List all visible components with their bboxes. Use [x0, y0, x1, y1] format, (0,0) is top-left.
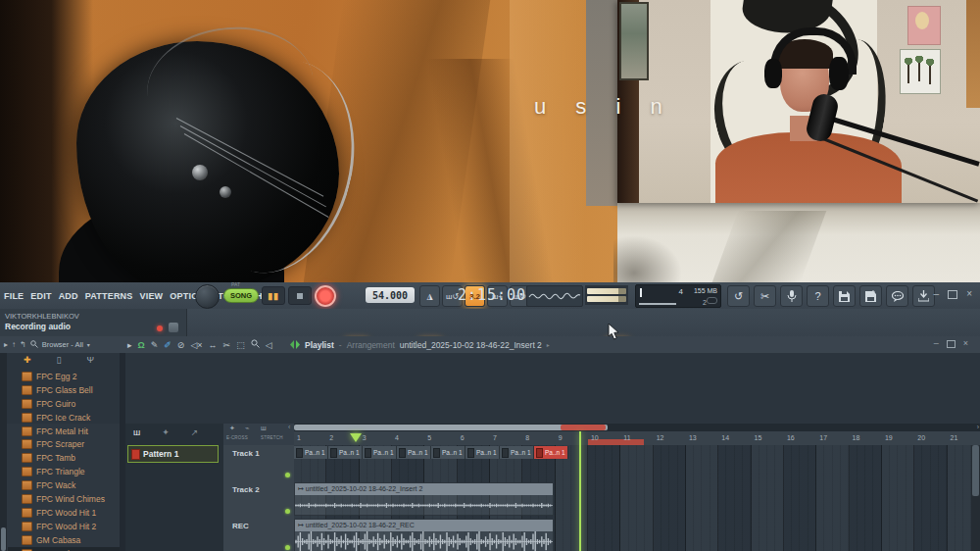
browser-item[interactable]: FPC Wack	[8, 478, 120, 492]
playhead-marker[interactable]	[350, 433, 362, 442]
browser-title[interactable]: Browser - All	[42, 340, 83, 349]
search-icon[interactable]	[30, 340, 38, 350]
browser-item[interactable]: FPC Metal Hit	[8, 425, 120, 438]
browser-item[interactable]: FPC Wood Hit 1	[8, 506, 120, 520]
pattern-clip[interactable]: Pa..n 1	[328, 446, 363, 459]
browser-item[interactable]: FPC Triangle	[8, 465, 120, 478]
stop-button[interactable]	[288, 286, 312, 305]
browser-item[interactable]: FPC Egg 2	[8, 370, 120, 383]
picker-tab-patterns-icon[interactable]: ш	[133, 427, 140, 437]
browser-item[interactable]: FPC Tamb	[8, 451, 120, 465]
paint-tool-icon[interactable]: ✐	[164, 340, 172, 350]
playlist-titlebar[interactable]: Playlist - Arrangement untitled_2025-10-…	[290, 336, 550, 353]
horizontal-scrollbar[interactable]: ‹ ›	[294, 424, 980, 431]
playlist-minimize-button[interactable]: –	[934, 338, 939, 348]
picker-tab-audio-icon[interactable]: ✦	[162, 427, 170, 437]
collapse-arrow-icon[interactable]: ▸	[4, 340, 8, 349]
time-display[interactable]: 2:15:00	[457, 284, 527, 306]
save-new-version-button[interactable]	[859, 285, 882, 307]
ecross-label[interactable]: E-CROSS	[226, 435, 248, 440]
pattern-clip[interactable]: Pa..n 1	[431, 446, 466, 459]
track-led[interactable]	[285, 509, 290, 514]
playlist-close-button[interactable]: ×	[963, 338, 968, 348]
picker-tab-automation-icon[interactable]: ↗	[191, 427, 199, 437]
menu-item-patterns[interactable]: PATTERNS	[85, 291, 133, 301]
audio-clip[interactable]: ↦ untitled_2025-10-02 18-46-22_REC	[294, 519, 554, 551]
select-tool-icon[interactable]: ⬚	[236, 340, 245, 350]
timeline-ruler[interactable]: 12345678910111213141516171819202122	[294, 431, 980, 446]
undo-button[interactable]: ↺	[727, 285, 750, 307]
cut-button[interactable]: ✂	[754, 285, 776, 307]
delete-tool-icon[interactable]: ⊘	[177, 340, 185, 350]
track-header[interactable]: Track 2	[223, 481, 295, 519]
slice-tool-icon[interactable]: ✂	[223, 340, 231, 350]
up-arrow-icon[interactable]: ↑	[12, 340, 16, 349]
magnet-snap-icon[interactable]: Ω	[138, 340, 145, 350]
track-led[interactable]	[285, 545, 290, 550]
scroll-right-arrow[interactable]: ›	[977, 424, 979, 430]
browser-item[interactable]: FPC Ice Crack	[8, 411, 120, 425]
browser-item[interactable]: FPC Wood Hit 2	[8, 520, 120, 533]
chat-button[interactable]	[886, 285, 908, 307]
pattern-clip[interactable]: Pa..n 1	[397, 446, 431, 459]
preview-tool-icon[interactable]: ◁	[266, 340, 272, 350]
browser-item[interactable]: FPC Wind Chimes	[8, 492, 120, 506]
help-button[interactable]: ?	[807, 285, 829, 307]
pattern-clip[interactable]: Pa..n 1	[363, 446, 397, 459]
scroll-left-arrow[interactable]: ‹	[288, 424, 290, 430]
track-lane[interactable]: Pa..n 1Pa..n 1Pa..n 1Pa..n 1Pa..n 1Pa..n…	[294, 445, 980, 482]
scrollbar-handle[interactable]	[972, 445, 979, 496]
draw-tool-icon[interactable]: ▸	[127, 340, 132, 350]
menu-item-file[interactable]: FILE	[4, 291, 24, 301]
oscilloscope[interactable]	[526, 285, 583, 307]
stretch-label[interactable]: STRETCH	[261, 435, 283, 440]
track-header[interactable]: REC	[223, 518, 295, 551]
tab-plugins-icon[interactable]: Ψ	[87, 355, 95, 369]
mute-tool-icon[interactable]: ◁×	[190, 340, 202, 350]
browser-item[interactable]: GM Tamb	[8, 547, 120, 551]
filter-audio-icon[interactable]: ✦	[229, 425, 235, 432]
monitor-knob[interactable]	[195, 284, 220, 309]
browser-scrollbar[interactable]	[0, 353, 7, 551]
slip-tool-icon[interactable]: ↔	[209, 340, 218, 350]
browser-item[interactable]: FPC Scraper	[8, 437, 120, 451]
browser-item[interactable]: GM Cabasa	[8, 533, 120, 547]
menu-item-view[interactable]: VIEW	[140, 291, 164, 301]
pattern-clip[interactable]: Pa..n 1	[534, 446, 568, 459]
back-arrow-icon[interactable]: ↰	[20, 340, 26, 349]
pattern-clip[interactable]: Pa..n 1	[294, 446, 328, 459]
tab-files-icon[interactable]: ▯	[57, 355, 62, 369]
pattern-clip[interactable]: Pa..n 1	[466, 446, 500, 459]
track-lane[interactable]: ↦ untitled_2025-10-02 18-46-22_REC	[294, 518, 980, 551]
minimize-button[interactable]: –	[934, 288, 940, 299]
tab-all-icon[interactable]: ✚	[24, 355, 31, 369]
pencil-tool-icon[interactable]: ✎	[151, 340, 159, 350]
menu-item-edit[interactable]: EDIT	[30, 291, 51, 301]
close-button[interactable]: ×	[966, 288, 972, 299]
title-more-arrow[interactable]: ▸	[547, 341, 550, 348]
picker-pattern-item[interactable]: Pattern 1	[127, 445, 219, 463]
metronome-button[interactable]: ◮	[419, 285, 440, 307]
pause-button[interactable]: ▮▮	[262, 286, 285, 305]
playlist-maximize-button[interactable]	[947, 340, 956, 348]
browser-item[interactable]: FPC Guiro	[8, 397, 120, 411]
dropdown-arrow-icon[interactable]: ▾	[87, 341, 90, 348]
pattern-clip[interactable]: Pa..n 1	[500, 446, 534, 459]
save-button[interactable]	[833, 285, 856, 307]
track-led[interactable]	[285, 473, 290, 477]
record-button[interactable]	[315, 285, 336, 307]
scrollbar-handle[interactable]	[1, 527, 6, 551]
zoom-tool-icon[interactable]	[251, 339, 260, 350]
track-header[interactable]: Track 1	[223, 445, 295, 482]
browser-item[interactable]: FPC Glass Bell	[8, 383, 120, 397]
mic-record-button[interactable]	[780, 285, 803, 307]
song-mode-button[interactable]: SONG	[223, 288, 259, 303]
tempo-display[interactable]: 54.000	[366, 287, 415, 303]
menu-item-add[interactable]: ADD	[59, 291, 78, 301]
track-lane[interactable]: ↦ untitled_2025-10-02 18-46-22_Insert 2	[294, 481, 980, 519]
audio-clip[interactable]: ↦ untitled_2025-10-02 18-46-22_Insert 2	[294, 482, 554, 516]
vertical-scrollbar[interactable]	[971, 445, 980, 551]
maximize-button[interactable]	[948, 290, 957, 299]
filter-patterns-icon[interactable]: ш	[261, 425, 267, 431]
filter-automation-icon[interactable]: ⌁	[245, 425, 249, 432]
